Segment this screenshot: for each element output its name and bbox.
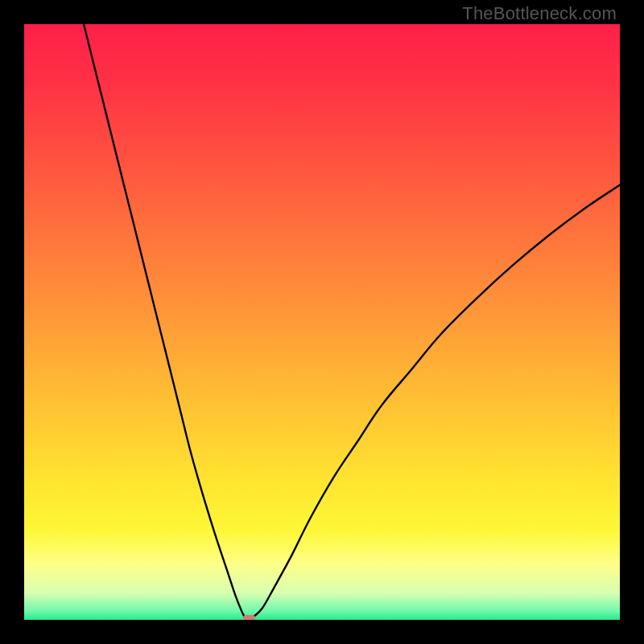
chart-frame: TheBottleneck.com bbox=[0, 0, 644, 644]
curve-left bbox=[84, 24, 245, 617]
curve-right bbox=[254, 185, 620, 617]
plot-area bbox=[24, 24, 620, 620]
watermark-text: TheBottleneck.com bbox=[462, 3, 617, 24]
vertex-marker bbox=[243, 615, 255, 620]
curves-layer bbox=[24, 24, 620, 620]
